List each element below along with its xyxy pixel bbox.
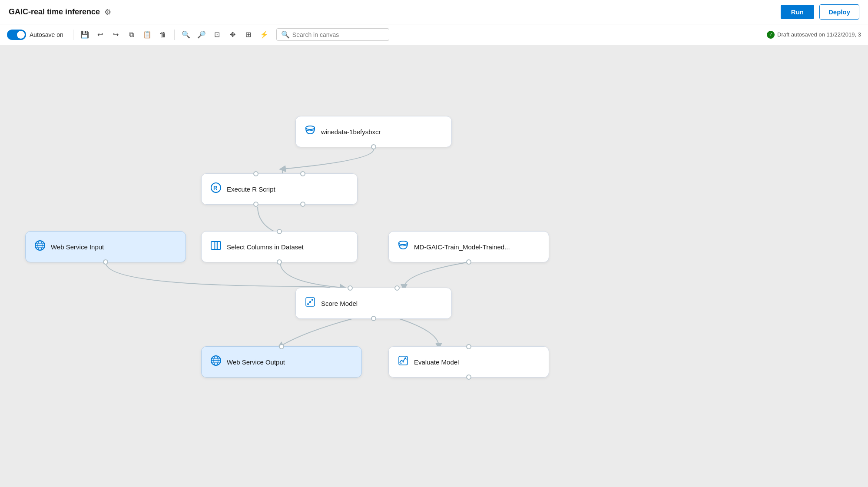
evaluate-icon [398, 355, 409, 369]
evaluate-model-top-dot [466, 344, 471, 349]
search-icon: 🔍 [281, 30, 290, 39]
execute-r-node[interactable]: R Execute R Script [201, 173, 358, 205]
paste-button[interactable]: 📋 [140, 28, 154, 42]
score-model-top-dot-2 [394, 285, 400, 291]
winedata-icon [305, 125, 316, 139]
redo-button[interactable]: ↪ [109, 28, 123, 42]
undo-button[interactable]: ↩ [93, 28, 107, 42]
evaluate-model-node[interactable]: Evaluate Model [388, 346, 549, 378]
score-model-label: Score Model [321, 300, 358, 307]
score-model-node[interactable]: Score Model [295, 288, 452, 319]
svg-point-26 [405, 358, 406, 359]
winedata-node[interactable]: winedata-1befysbxcr [295, 116, 452, 147]
execute-r-bottom-dot-2 [300, 202, 305, 207]
select-columns-bottom-dot [277, 259, 282, 265]
svg-point-25 [403, 361, 404, 363]
md-gaic-label: MD-GAIC-Train_Model-Trained... [414, 243, 510, 251]
autosave-label: Autosave on [30, 31, 63, 38]
connections-svg [0, 45, 868, 487]
svg-rect-23 [399, 356, 407, 365]
select-columns-label: Select Columns in Dataset [227, 243, 304, 251]
save-button[interactable]: 💾 [78, 28, 92, 42]
svg-point-24 [401, 363, 402, 364]
globe-icon-output [210, 355, 222, 369]
web-service-output-label: Web Service Output [227, 358, 285, 366]
web-service-input-bottom-dot [103, 259, 108, 265]
evaluate-model-bottom-dot [466, 374, 471, 380]
delete-button[interactable]: 🗑 [156, 28, 170, 42]
svg-point-0 [306, 126, 315, 129]
winedata-bottom-dot [371, 144, 376, 149]
evaluate-model-label: Evaluate Model [414, 358, 459, 366]
search-input[interactable] [292, 31, 384, 38]
execute-r-top-dot-2 [300, 171, 305, 176]
layout-button[interactable]: ⚡ [257, 28, 271, 42]
web-service-input-label: Web Service Input [51, 243, 104, 251]
md-gaic-node[interactable]: MD-GAIC-Train_Model-Trained... [388, 231, 549, 262]
toolbar-separator-2 [174, 30, 175, 40]
header-right: Run Deploy [781, 4, 859, 20]
globe-icon-input [34, 240, 46, 254]
execute-r-bottom-dot-1 [253, 202, 258, 207]
header: GAIC-real time inference ⚙ Run Deploy [0, 0, 868, 24]
select-columns-top-dot [277, 229, 282, 234]
copy-button[interactable]: ⧉ [125, 28, 139, 42]
grid-button[interactable]: ⊞ [242, 28, 255, 42]
toolbar-separator-1 [73, 30, 73, 40]
autosave-status: ✓ Draft autosaved on 11/22/2019, 3 [767, 31, 861, 39]
canvas: winedata-1befysbxcr R Execute R Script [0, 45, 868, 487]
winedata-label: winedata-1befysbxcr [321, 128, 381, 136]
web-service-output-top-dot [279, 344, 284, 349]
fit-button[interactable]: ⊡ [210, 28, 224, 42]
zoom-out-button[interactable]: 🔎 [195, 28, 209, 42]
autosave-toggle[interactable] [7, 30, 26, 40]
score-model-top-dot-1 [348, 285, 353, 291]
select-columns-node[interactable]: Select Columns in Dataset [201, 231, 358, 262]
web-service-output-node[interactable]: Web Service Output [201, 346, 362, 378]
header-left: GAIC-real time inference ⚙ [9, 7, 111, 17]
autosave-toggle-container: Autosave on [7, 30, 63, 40]
run-button[interactable]: Run [781, 5, 814, 19]
autosave-check-icon: ✓ [767, 31, 775, 39]
execute-r-top-dot-1 [253, 171, 258, 176]
page-title: GAIC-real time inference [9, 7, 100, 17]
web-service-input-node[interactable]: Web Service Input [25, 231, 186, 262]
deploy-button[interactable]: Deploy [819, 4, 859, 20]
score-icon [305, 296, 316, 310]
search-box[interactable]: 🔍 [276, 28, 389, 41]
svg-text:R: R [213, 185, 218, 191]
zoom-in-button[interactable]: 🔍 [179, 28, 193, 42]
execute-r-label: Execute R Script [227, 186, 275, 193]
score-model-bottom-dot [371, 316, 376, 321]
svg-rect-11 [214, 242, 218, 249]
cylinder-icon-md [398, 240, 409, 254]
gear-icon[interactable]: ⚙ [104, 7, 111, 17]
r-script-icon: R [210, 182, 222, 196]
autosave-text: Draft autosaved on 11/22/2019, 3 [777, 31, 861, 38]
md-gaic-bottom-dot [466, 259, 471, 265]
select-cols-icon [210, 240, 222, 254]
pointer-button[interactable]: ✥ [226, 28, 240, 42]
svg-point-12 [399, 241, 407, 245]
toolbar: Autosave on 💾 ↩ ↪ ⧉ 📋 🗑 🔍 🔎 ⊡ ✥ ⊞ ⚡ 🔍 ✓ … [0, 24, 868, 45]
